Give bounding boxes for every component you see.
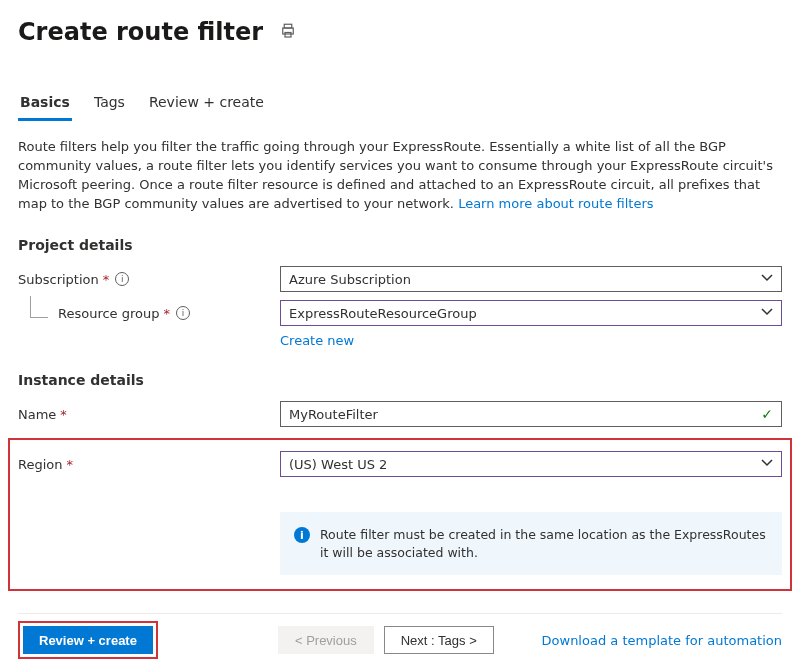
row-subscription: Subscription * i Azure Subscription [18, 265, 782, 293]
form-content: Route filters help you filter the traffi… [0, 122, 800, 614]
label-subscription-text: Subscription [18, 272, 99, 287]
row-region: Region * (US) West US 2 [18, 450, 782, 478]
next-button[interactable]: Next : Tags > [384, 626, 494, 654]
info-panel: i Route filter must be created in the sa… [280, 512, 782, 575]
row-resource-group: Resource group * i ExpressRouteResourceG… [18, 299, 782, 327]
info-badge-icon: i [294, 527, 310, 543]
subscription-value: Azure Subscription [289, 272, 411, 287]
section-project-details: Project details [18, 237, 782, 253]
description-body: Route filters help you filter the traffi… [18, 139, 773, 211]
label-region: Region * [18, 457, 280, 472]
tabs-bar: Basics Tags Review + create [0, 86, 800, 122]
resource-group-dropdown[interactable]: ExpressRouteResourceGroup [280, 300, 782, 326]
review-create-button[interactable]: Review + create [23, 626, 153, 654]
region-dropdown[interactable]: (US) West US 2 [280, 451, 782, 477]
label-subscription: Subscription * i [18, 272, 280, 287]
label-resource-group: Resource group * i [18, 306, 280, 321]
print-icon[interactable] [279, 22, 297, 43]
region-value: (US) West US 2 [289, 457, 387, 472]
download-template-link[interactable]: Download a template for automation [542, 633, 782, 648]
chevron-down-icon [761, 306, 773, 321]
resource-group-value: ExpressRouteResourceGroup [289, 306, 477, 321]
page-title: Create route filter [18, 18, 263, 46]
indent-connector [30, 296, 48, 318]
divider [18, 613, 782, 614]
name-value: MyRouteFilter [289, 407, 378, 422]
required-mark: * [60, 407, 67, 422]
info-panel-text: Route filter must be created in the same… [320, 526, 768, 561]
label-resource-group-text: Resource group [58, 306, 160, 321]
tab-review-create[interactable]: Review + create [147, 86, 266, 121]
description-text: Route filters help you filter the traffi… [18, 138, 782, 213]
subscription-dropdown[interactable]: Azure Subscription [280, 266, 782, 292]
highlight-review-create: Review + create [18, 621, 158, 659]
tab-basics[interactable]: Basics [18, 86, 72, 121]
name-input[interactable]: MyRouteFilter ✓ [280, 401, 782, 427]
required-mark: * [67, 457, 74, 472]
create-new-link[interactable]: Create new [280, 333, 782, 348]
info-icon[interactable]: i [176, 306, 190, 320]
highlight-region: Region * (US) West US 2 i Route filter m… [8, 438, 792, 591]
label-name-text: Name [18, 407, 56, 422]
label-name: Name * [18, 407, 280, 422]
row-name: Name * MyRouteFilter ✓ [18, 400, 782, 428]
section-instance-details: Instance details [18, 372, 782, 388]
check-icon: ✓ [761, 406, 773, 422]
tab-tags[interactable]: Tags [92, 86, 127, 121]
footer-bar: Review + create < Previous Next : Tags >… [0, 621, 800, 659]
required-mark: * [103, 272, 110, 287]
required-mark: * [164, 306, 171, 321]
chevron-down-icon [761, 272, 773, 287]
learn-more-link[interactable]: Learn more about route filters [458, 196, 653, 211]
svg-rect-2 [285, 32, 291, 37]
previous-button: < Previous [278, 626, 374, 654]
label-region-text: Region [18, 457, 63, 472]
page-header: Create route filter [0, 0, 800, 46]
info-icon[interactable]: i [115, 272, 129, 286]
chevron-down-icon [761, 457, 773, 472]
